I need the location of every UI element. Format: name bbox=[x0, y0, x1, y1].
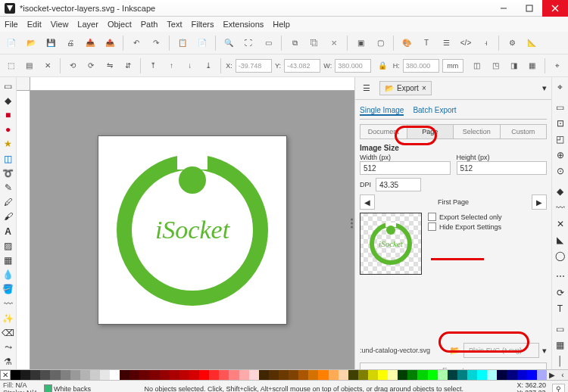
swatch[interactable] bbox=[179, 370, 189, 380]
swatch[interactable] bbox=[457, 370, 467, 380]
text-tool-icon[interactable]: A bbox=[0, 224, 16, 238]
snap-corner-icon[interactable]: ◰ bbox=[552, 131, 568, 147]
flip-h-icon[interactable]: ⇋ bbox=[101, 58, 117, 74]
star-tool-icon[interactable]: ★ bbox=[0, 137, 16, 151]
menu-text[interactable]: Text bbox=[167, 20, 182, 29]
cb-export-selected[interactable] bbox=[428, 213, 436, 221]
export-format-select[interactable]: Plain SVG (*.svg) bbox=[463, 343, 539, 358]
calligraphy-tool-icon[interactable]: 🖌 bbox=[0, 210, 16, 224]
units-select[interactable]: mm bbox=[442, 59, 463, 73]
swatch[interactable] bbox=[378, 370, 388, 380]
snap-rot-icon[interactable]: ⟳ bbox=[552, 285, 568, 300]
max-button[interactable] bbox=[517, 0, 542, 17]
cb-hide-settings[interactable] bbox=[428, 222, 436, 231]
swatch[interactable] bbox=[100, 370, 110, 380]
snap-edge-icon[interactable]: ⊡ bbox=[552, 115, 568, 131]
swatch[interactable] bbox=[150, 370, 160, 380]
canvas[interactable]: iSocket bbox=[17, 77, 354, 369]
snap-node-icon[interactable]: ◆ bbox=[552, 184, 568, 200]
swatch[interactable] bbox=[40, 370, 50, 380]
swatch[interactable] bbox=[407, 370, 417, 380]
export-height-input[interactable]: 512 bbox=[457, 161, 548, 175]
duplicate-icon[interactable]: ⧉ bbox=[286, 35, 303, 51]
swatch[interactable] bbox=[487, 370, 497, 380]
flip-v-icon[interactable]: ⇵ bbox=[120, 58, 136, 74]
browse-file-icon[interactable]: 📂 bbox=[450, 346, 460, 356]
lower-bottom-icon[interactable]: ⤓ bbox=[201, 58, 216, 74]
swatch[interactable] bbox=[398, 370, 407, 380]
lock-icon[interactable]: 🔒 bbox=[374, 58, 389, 74]
swatch[interactable] bbox=[130, 370, 139, 380]
menu-file[interactable]: File bbox=[5, 20, 18, 29]
swatch[interactable] bbox=[170, 370, 179, 380]
menu-object[interactable]: Object bbox=[108, 20, 132, 29]
affect-gradient-icon[interactable]: ◨ bbox=[506, 58, 521, 74]
swatch[interactable] bbox=[477, 370, 487, 380]
sel-all-icon[interactable]: ⬚ bbox=[3, 58, 18, 74]
snap-midpoint-icon[interactable]: ⊕ bbox=[552, 148, 568, 163]
ungroup-icon[interactable]: ▢ bbox=[372, 35, 389, 51]
lpe-tool-icon[interactable]: ⚗ bbox=[0, 355, 16, 369]
export-width-input[interactable]: 512 bbox=[360, 161, 451, 175]
save-icon[interactable]: 💾 bbox=[42, 35, 59, 51]
h-input[interactable]: 380.000 bbox=[403, 59, 439, 73]
panel-menu-icon[interactable]: ▾ bbox=[542, 83, 547, 93]
spiral-tool-icon[interactable]: ➰ bbox=[0, 166, 16, 180]
x-input[interactable]: -39.748 bbox=[236, 59, 272, 73]
swatch[interactable] bbox=[189, 370, 199, 380]
swatch[interactable] bbox=[239, 370, 249, 380]
swatch[interactable] bbox=[160, 370, 170, 380]
ellipse-tool-icon[interactable]: ● bbox=[0, 123, 16, 137]
node-tool-icon[interactable]: ◆ bbox=[0, 93, 16, 107]
swatch[interactable] bbox=[139, 370, 149, 380]
swatch[interactable] bbox=[438, 370, 448, 380]
clone-icon[interactable]: ⿻ bbox=[306, 35, 323, 51]
snap-enable-icon[interactable]: ⌖ bbox=[552, 79, 568, 95]
swatch[interactable] bbox=[318, 370, 328, 380]
menu-extensions[interactable]: Extensions bbox=[223, 20, 264, 29]
print-icon[interactable]: 🖨 bbox=[62, 35, 79, 51]
affect-pattern-icon[interactable]: ▦ bbox=[525, 58, 540, 74]
swatch[interactable] bbox=[448, 370, 457, 380]
undo-icon[interactable]: ↶ bbox=[128, 35, 145, 51]
y-input[interactable]: -43.082 bbox=[284, 59, 320, 73]
pen-tool-icon[interactable]: 🖊 bbox=[0, 195, 16, 210]
tab-document[interactable]: Document bbox=[360, 125, 407, 138]
snap-cusp-icon[interactable]: ◣ bbox=[552, 232, 568, 248]
swatch[interactable] bbox=[368, 370, 378, 380]
swatch[interactable] bbox=[298, 370, 308, 380]
swatch[interactable] bbox=[110, 370, 120, 380]
rotate-ccw-icon[interactable]: ⟲ bbox=[65, 58, 80, 74]
swatch[interactable] bbox=[517, 370, 527, 380]
snap-smooth-icon[interactable]: ◯ bbox=[552, 248, 568, 264]
snap-path-icon[interactable]: 〰 bbox=[552, 200, 568, 216]
swatch[interactable] bbox=[417, 370, 427, 380]
pager-next-icon[interactable]: ▶ bbox=[532, 194, 547, 210]
swatch[interactable] bbox=[308, 370, 318, 380]
align-dialog-icon[interactable]: ⫞ bbox=[477, 35, 494, 51]
close-panel-icon[interactable]: × bbox=[422, 84, 426, 92]
clone-unlink-icon[interactable]: ⤫ bbox=[326, 35, 342, 51]
snap-text-icon[interactable]: T bbox=[552, 300, 568, 316]
swatch[interactable] bbox=[249, 370, 259, 380]
tab-selection[interactable]: Selection bbox=[454, 125, 501, 138]
text-dialog-icon[interactable]: T bbox=[418, 35, 435, 51]
swatch[interactable] bbox=[358, 370, 368, 380]
new-doc-icon[interactable]: 📄 bbox=[3, 35, 20, 51]
close-button[interactable] bbox=[542, 0, 568, 17]
snap-others-icon[interactable]: ⋯ bbox=[552, 269, 568, 285]
snap-intersection-icon[interactable]: ✕ bbox=[552, 216, 568, 232]
lower-icon[interactable]: ↓ bbox=[183, 58, 198, 74]
palette-right-icon[interactable]: ▶ bbox=[547, 370, 557, 380]
palette-menu-icon[interactable]: ‹ bbox=[557, 370, 568, 380]
swatch[interactable] bbox=[90, 370, 100, 380]
pencil-tool-icon[interactable]: ✎ bbox=[0, 180, 16, 194]
docprops-icon[interactable]: 📐 bbox=[523, 35, 540, 51]
swatch[interactable] bbox=[11, 370, 20, 380]
export-button[interactable]: Export bbox=[360, 362, 547, 369]
rect-tool-icon[interactable]: ■ bbox=[0, 107, 16, 122]
3dbox-tool-icon[interactable]: ◫ bbox=[0, 151, 16, 166]
open-icon[interactable]: 📂 bbox=[23, 35, 39, 51]
paste-icon[interactable]: 📄 bbox=[194, 35, 211, 51]
swatch[interactable] bbox=[219, 370, 229, 380]
